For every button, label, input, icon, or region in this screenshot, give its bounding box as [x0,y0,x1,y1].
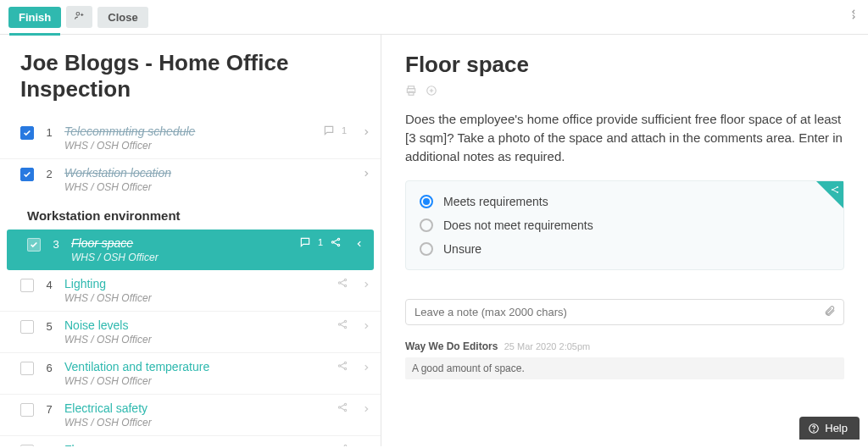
task-row[interactable]: 1 Telecommuting schedule WHS / OSH Offic… [0,118,381,158]
svg-point-8 [344,320,346,322]
print-icon[interactable] [405,85,417,97]
svg-point-27 [814,430,815,431]
comment-count: 1 [318,237,323,247]
svg-point-13 [338,407,340,408]
task-assignee: WHS / OSH Officer [64,181,348,193]
answer-option[interactable]: Unsure [420,237,830,261]
answer-option-label: Unsure [443,242,481,256]
task-title: Electrical safety [64,401,326,415]
close-button[interactable]: Close [97,7,147,28]
chevron-right-icon [362,360,370,375]
task-assignee: WHS / OSH Officer [64,140,313,152]
top-toolbar: Finish Close [0,0,868,35]
answered-marker [816,181,843,208]
task-number: 2 [44,168,54,180]
answer-options: Meets requirementsDoes not meet requirem… [405,180,844,270]
task-row[interactable]: 4LightingWHS / OSH Officer [0,270,381,311]
task-row[interactable]: 8FloorsWHS / OSH Officer [0,435,381,446]
chevron-right-icon [362,443,370,446]
attachment-icon[interactable] [824,305,836,320]
task-row[interactable]: 2 Workstation location WHS / OSH Officer [0,158,381,200]
detail-pane: Floor space Does the employee's home off… [381,35,868,446]
share-icon [337,443,348,446]
task-row-selected[interactable]: 3 Floor space WHS / OSH Officer 1 [7,230,374,270]
task-number: 6 [44,362,54,374]
svg-point-10 [338,365,340,367]
task-checkbox[interactable] [20,362,34,375]
section-heading: Workstation environment [0,200,381,230]
svg-point-11 [344,362,346,363]
chevron-right-icon [362,166,370,181]
note-history: Way We Do Editors 25 Mar 2020 2:05pm A g… [405,340,844,379]
svg-point-7 [338,324,340,325]
svg-point-14 [344,403,346,405]
answer-option[interactable]: Meets requirements [420,190,830,213]
task-checkbox[interactable] [20,403,34,417]
task-number: 7 [44,403,54,416]
task-title: Floor space [71,236,289,250]
page-title: Joe Bloggs - Home Office Inspection [20,50,360,102]
chevron-right-icon [362,318,370,334]
detail-title: Floor space [405,52,844,78]
assign-button[interactable] [66,6,92,28]
task-list-pane: Joe Bloggs - Home Office Inspection 1 Te… [0,35,381,446]
detail-description: Does the employee's home office provide … [405,110,844,165]
share-icon [337,360,348,372]
task-title: Noise levels [64,318,326,332]
answer-option[interactable]: Does not meet requirements [420,213,830,237]
task-assignee: WHS / OSH Officer [64,334,326,346]
radio-button[interactable] [420,195,433,208]
task-checkbox[interactable] [20,168,34,181]
task-title: Workstation location [64,166,348,180]
svg-point-1 [331,241,333,243]
task-checkbox[interactable] [27,238,41,252]
chevron-right-icon [362,124,370,140]
progress-bar [9,33,60,36]
svg-point-25 [837,191,838,193]
note-author: Way We Do Editors [405,340,498,352]
task-assignee: WHS / OSH Officer [64,375,326,387]
note-input[interactable] [405,299,844,325]
chevron-right-icon [362,401,370,417]
svg-point-2 [337,238,339,240]
share-icon [330,236,342,248]
svg-point-23 [832,189,833,191]
task-title: Ventilation and temperature [64,360,326,373]
task-title: Floors [64,443,326,446]
share-icon [337,401,348,413]
finish-button[interactable]: Finish [8,7,61,28]
task-checkbox[interactable] [20,279,34,292]
task-row[interactable]: 7Electrical safetyWHS / OSH Officer [0,394,381,435]
svg-point-24 [837,186,838,188]
task-checkbox[interactable] [20,445,34,446]
task-number: 5 [44,320,54,333]
task-assignee: WHS / OSH Officer [64,417,326,429]
add-icon[interactable] [426,85,437,97]
svg-point-15 [344,409,346,411]
svg-point-3 [337,244,339,246]
task-assignee: WHS / OSH Officer [64,292,326,304]
radio-button[interactable] [420,242,433,256]
comment-icon [323,124,335,136]
task-row[interactable]: 6Ventilation and temperatureWHS / OSH Of… [0,352,381,394]
task-assignee: WHS / OSH Officer [71,252,289,263]
task-checkbox[interactable] [20,320,34,334]
task-number: 1 [44,126,54,139]
note-row [405,299,844,325]
help-label: Help [825,422,848,434]
help-button[interactable]: Help [799,417,860,440]
svg-point-9 [344,326,346,328]
note-timestamp: 25 Mar 2020 2:05pm [504,341,591,351]
collapse-icon[interactable] [848,8,860,24]
task-checkbox[interactable] [20,126,34,140]
comment-icon [299,236,311,248]
task-number: 3 [51,238,61,251]
task-number: 4 [44,279,54,291]
note-text: A good amount of space. [405,357,844,379]
svg-point-6 [344,285,346,286]
task-number: 8 [44,445,54,446]
task-row[interactable]: 5Noise levelsWHS / OSH Officer [0,311,381,352]
svg-point-17 [344,445,346,446]
radio-button[interactable] [420,218,433,232]
share-icon [337,318,348,330]
